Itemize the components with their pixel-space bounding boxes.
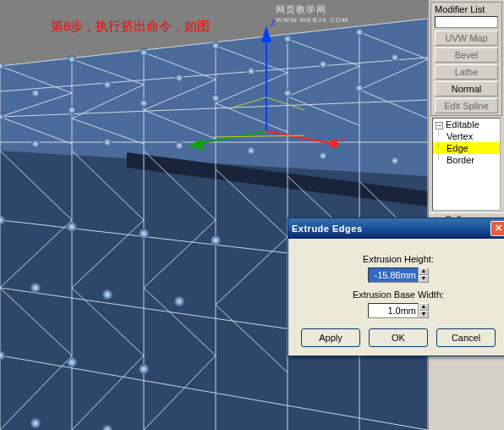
viewport-3d[interactable]: z x 第8步，执行挤出命令，如图 网页教学网 WWW.WEBJX.COM bbox=[0, 0, 428, 430]
svg-point-10 bbox=[103, 80, 112, 89]
svg-point-33 bbox=[174, 296, 184, 306]
stack-item-border[interactable]: Border bbox=[433, 154, 500, 166]
svg-point-14 bbox=[391, 53, 399, 62]
modifier-stack[interactable]: −Editable Vertex Edge Border bbox=[432, 118, 501, 211]
svg-point-32 bbox=[102, 289, 112, 300]
lathe-button[interactable]: Lathe bbox=[435, 64, 498, 80]
svg-point-43 bbox=[330, 140, 338, 148]
apply-button[interactable]: Apply bbox=[301, 328, 360, 347]
mesh-wireframe: z x bbox=[0, 0, 428, 430]
svg-point-28 bbox=[67, 222, 77, 232]
svg-point-23 bbox=[175, 141, 184, 150]
stack-item-edge[interactable]: Edge bbox=[433, 142, 500, 154]
svg-point-6 bbox=[211, 41, 220, 50]
spin-down-icon[interactable]: ▼ bbox=[419, 311, 429, 318]
svg-point-35 bbox=[67, 357, 77, 367]
stack-item-vertex[interactable]: Vertex bbox=[433, 130, 500, 142]
svg-point-21 bbox=[31, 140, 40, 148]
svg-point-29 bbox=[139, 229, 149, 239]
svg-point-19 bbox=[283, 89, 292, 97]
svg-text:x: x bbox=[340, 134, 345, 144]
step-annotation: 第8步，执行挤出命令，如图 bbox=[51, 19, 210, 35]
svg-point-9 bbox=[31, 89, 40, 97]
svg-point-16 bbox=[68, 106, 76, 114]
svg-point-12 bbox=[247, 67, 255, 75]
stack-root[interactable]: −Editable bbox=[433, 119, 500, 130]
svg-point-11 bbox=[175, 74, 184, 82]
svg-point-13 bbox=[319, 60, 327, 69]
extrusion-base-spinner[interactable]: ▲▼ bbox=[368, 303, 429, 318]
spin-down-icon[interactable]: ▼ bbox=[419, 275, 429, 283]
svg-point-18 bbox=[211, 94, 220, 102]
svg-point-30 bbox=[211, 235, 221, 245]
watermark: 网页教学网 WWW.WEBJX.COM bbox=[276, 3, 348, 24]
watermark-text: 网页教学网 bbox=[276, 3, 348, 16]
bevel-button[interactable]: Bevel bbox=[435, 47, 498, 63]
svg-point-24 bbox=[247, 146, 255, 155]
normal-button[interactable]: Normal bbox=[435, 81, 498, 96]
extrusion-height-label: Extrusion Height: bbox=[297, 254, 500, 264]
svg-text:z: z bbox=[271, 17, 276, 27]
svg-point-31 bbox=[30, 283, 41, 293]
dialog-title: Extrude Edges bbox=[292, 223, 504, 234]
extrude-edges-dialog: Extrude Edges ✕ Extrusion Height: ▲▼ Ext… bbox=[288, 218, 504, 356]
spin-up-icon[interactable]: ▲ bbox=[419, 303, 429, 311]
svg-point-37 bbox=[30, 418, 41, 428]
svg-marker-40 bbox=[261, 25, 271, 42]
svg-point-4 bbox=[68, 55, 76, 63]
edit-spline-button[interactable]: Edit Spline bbox=[435, 98, 498, 113]
svg-point-17 bbox=[140, 99, 148, 108]
ok-button[interactable]: OK bbox=[369, 328, 428, 347]
extrusion-base-input[interactable] bbox=[368, 303, 419, 318]
extrusion-height-spinner[interactable]: ▲▼ bbox=[368, 267, 429, 283]
extrusion-height-input[interactable] bbox=[368, 267, 419, 283]
svg-point-8 bbox=[355, 28, 364, 36]
svg-point-26 bbox=[391, 157, 399, 165]
modifier-panel: Modifier List UVW Map Bevel Lathe Normal… bbox=[428, 0, 504, 430]
modifier-dropdown[interactable] bbox=[435, 16, 498, 28]
modifier-list-label: Modifier List bbox=[431, 3, 501, 16]
svg-point-5 bbox=[140, 48, 148, 57]
collapse-icon[interactable]: − bbox=[436, 122, 443, 130]
uvw-map-button[interactable]: UVW Map bbox=[435, 30, 498, 46]
watermark-url: WWW.WEBJX.COM bbox=[276, 16, 348, 24]
svg-point-25 bbox=[319, 152, 327, 160]
svg-point-36 bbox=[139, 364, 149, 374]
svg-point-22 bbox=[103, 138, 112, 146]
svg-point-7 bbox=[283, 35, 292, 43]
close-icon[interactable]: ✕ bbox=[490, 221, 504, 236]
cancel-button[interactable]: Cancel bbox=[436, 328, 496, 347]
spin-up-icon[interactable]: ▲ bbox=[419, 267, 429, 275]
svg-point-20 bbox=[355, 84, 364, 92]
extrusion-base-label: Extrusion Base Width: bbox=[297, 289, 500, 300]
dialog-titlebar[interactable]: Extrude Edges ✕ bbox=[288, 218, 504, 239]
stack-root-label: Editable bbox=[446, 119, 479, 130]
